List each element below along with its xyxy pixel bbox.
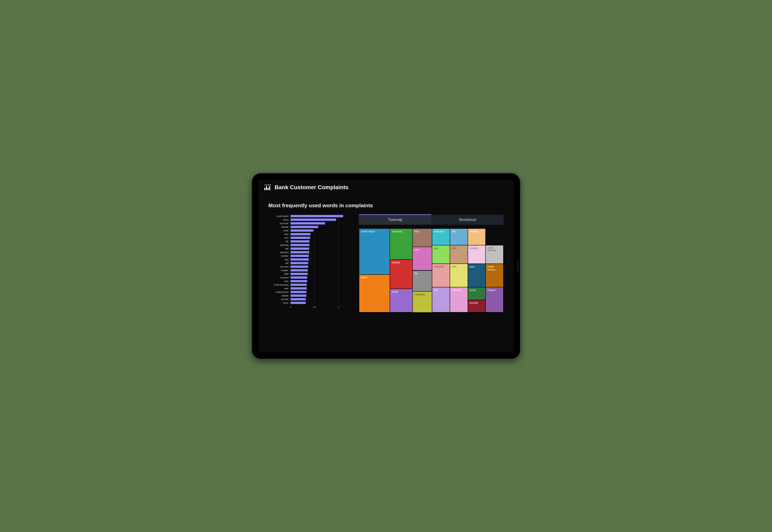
bar-label: time [268,233,291,235]
bar-fill[interactable] [291,276,307,279]
bar-chart-x-axis: 0 0.5 1 [291,306,353,310]
content: Most frequently used words in complaints… [258,194,514,317]
bar-fill[interactable] [291,240,310,243]
bar-row: time [268,232,353,236]
bar-label: sent [268,237,291,239]
bar-fill[interactable] [291,247,309,250]
treemap-cell[interactable]: report [359,275,390,312]
treemap-cell[interactable]: year [468,264,486,287]
bar-label: never [268,302,291,304]
bar-row: sent [268,236,353,240]
bar-row: year [268,287,353,290]
bar-label: credit bureau [268,291,291,293]
bar-row: accounts [268,222,353,225]
treemap-cell[interactable]: Please [485,287,503,312]
bar-fill[interactable] [291,269,308,272]
treemap-cell[interactable]: credit report [359,229,390,275]
treemap-cell[interactable]: reporting [413,291,432,312]
treemap-chart: credit reportreportaccountsdisputecredit… [359,228,504,313]
treemap-cell[interactable]: day [432,245,450,264]
bar-fill[interactable] [291,273,308,275]
bar-fill[interactable] [291,237,310,239]
bar-row: file [268,240,353,243]
treemap-cell[interactable]: item [450,264,468,287]
bar-label: accounts [268,222,291,225]
bar-fill[interactable] [291,233,311,235]
treemap-cell[interactable]: accounts [390,229,413,260]
bar-label: debt [268,273,291,275]
bar-fill[interactable] [291,251,309,253]
treemap-cell[interactable]: sent [413,247,432,270]
bar-row: disputed [268,250,353,254]
bar-fill[interactable] [291,287,307,290]
bar-row: removed [268,265,353,269]
treemap-cell[interactable]: time [413,229,432,247]
treemap-cell[interactable]: received [450,287,468,312]
bar-row: please [268,294,353,297]
bar-fill[interactable] [291,280,307,282]
bar-fill[interactable] [291,222,325,225]
treemap-cell[interactable]: will [432,287,450,312]
treemap-cell[interactable]: dispute [390,259,413,289]
treemap-cell[interactable]: provide [468,300,486,312]
axis-tick: 1 [338,306,339,308]
treemap-cell[interactable]: removed [432,264,450,287]
bar-row: credit bureau [268,290,353,294]
bar-label: removed [268,265,291,268]
bar-row: report [268,218,353,222]
bar-row: debt [268,272,353,276]
bar-label: number [268,255,291,257]
treemap-cell[interactable]: file [413,271,432,292]
bar-label: item [268,280,291,282]
bar-fill[interactable] [291,265,308,268]
bar-fill[interactable] [291,291,306,293]
bar-fill[interactable] [291,226,318,228]
tab-wordcloud[interactable]: Wordcloud [431,215,504,225]
tab-treemap[interactable]: Treemap [359,214,431,225]
bar-fill[interactable] [291,244,310,246]
bar-label: file [268,240,291,243]
treemap-cell[interactable]: never [468,287,486,300]
axis-tick: 0.5 [313,306,316,308]
treemap-cell[interactable]: credit bureau [485,264,503,287]
bar-row: creditor [268,269,353,272]
treemap-cell[interactable]: credit reporting [485,245,503,264]
bar-label: reporting [268,244,291,246]
treemap-cell[interactable]: disputed [432,229,450,245]
tablet-frame: Bank Customer Complaints Most frequently… [251,173,521,359]
bar-row: provide [268,297,353,301]
bar-row: credit reporting [268,283,353,287]
treemap-cell[interactable]: still [450,229,468,245]
bar-label: will [268,262,291,264]
bar-fill[interactable] [291,219,336,221]
bar-fill[interactable] [291,298,306,300]
bar-fill[interactable] [291,262,308,264]
bar-row: item [268,279,353,283]
bar-row: credit [268,229,353,232]
bar-label: credit report [268,215,291,217]
bar-label: report [268,219,291,221]
bar-row: dispute [268,225,353,229]
bar-fill[interactable] [291,302,306,304]
bar-fill[interactable] [291,215,343,217]
section-title: Most frequently used words in complaints [268,202,504,209]
bar-label: please [268,294,291,297]
bar-label: day [268,258,291,261]
bar-fill[interactable] [291,255,309,257]
bar-fill[interactable] [291,284,307,286]
bar-row: received [268,276,353,279]
bar-fill[interactable] [291,258,309,261]
treemap-cell[interactable]: debt [450,245,468,264]
axis-tick: 0 [290,306,291,308]
chart-type-tabs: Treemap Wordcloud [359,214,504,225]
bar-row: still [268,247,353,250]
treemap-cell[interactable]: creditor [468,245,486,264]
treemap-cell[interactable]: credit [390,289,413,312]
bar-label: disputed [268,251,291,253]
bar-fill[interactable] [291,229,313,232]
bar-chart: credit reportreportaccountsdisputecredit… [268,214,353,310]
bar-row: reporting [268,243,353,247]
bar-label: creditor [268,269,291,272]
treemap-cell[interactable]: number [468,229,486,245]
bar-fill[interactable] [291,294,306,297]
